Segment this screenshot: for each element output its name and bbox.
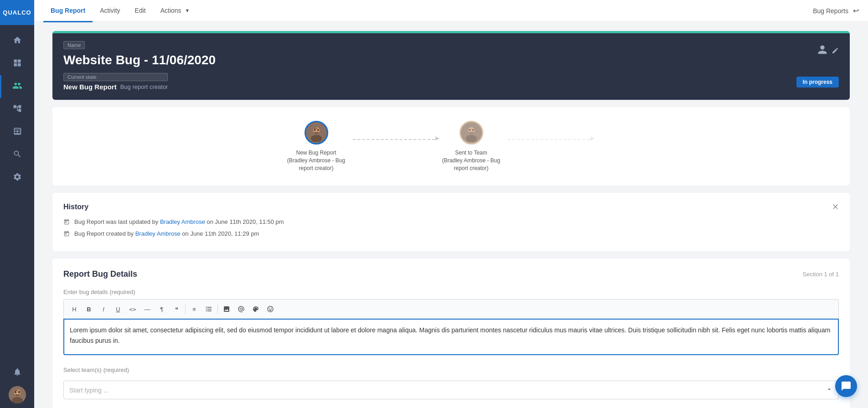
app-logo: QUALCO (0, 0, 34, 25)
chevron-down-icon-select (826, 386, 833, 394)
tab-bug-report[interactable]: Bug Report (43, 0, 93, 22)
state-name: New Bug Report (63, 83, 117, 91)
tab-activity[interactable]: Activity (93, 0, 127, 22)
bug-title: Website Bug - 11/06/2020 (63, 53, 216, 67)
search-icon (13, 150, 22, 161)
state-info: Current state New Bug Report Bug report … (63, 73, 168, 91)
sidebar-item-settings[interactable] (0, 166, 34, 189)
bug-card-header: Name Website Bug - 11/06/2020 (52, 33, 850, 100)
sidebar-bottom (0, 362, 34, 408)
history-link-2[interactable]: Bradley Ambrose (135, 230, 181, 237)
content-area: Name Website Bug - 11/06/2020 (34, 22, 868, 408)
user-check-icon (12, 81, 22, 93)
toolbar-hr[interactable]: — (141, 303, 153, 315)
workflow-arrow-1 (348, 139, 439, 140)
svg-point-9 (317, 129, 319, 131)
edit-pencil-icon[interactable] (832, 45, 839, 57)
status-badge: In progress (796, 77, 839, 88)
home-icon (13, 36, 22, 47)
tab-actions[interactable]: Actions ▼ (153, 0, 197, 22)
toolbar-underline[interactable]: U (112, 303, 124, 315)
form-section-info: Section 1 of 1 (803, 271, 839, 278)
history-link-1[interactable]: Bradley Ambrose (160, 218, 205, 225)
step2-label: Sent to Team (Bradley Ambrose - Bug repo… (439, 149, 503, 172)
toolbar-italic[interactable]: I (98, 303, 109, 315)
toolbar-code[interactable]: <> (127, 303, 139, 315)
bug-details-textarea[interactable]: Lorem ipsum dolor sit amet, consectetur … (63, 319, 839, 355)
svg-point-3 (15, 391, 16, 393)
step1-label: New Bug Report (Bradley Ambrose - Bug re… (284, 149, 348, 172)
bug-reports-back-button[interactable]: Bug Reports ↩ (813, 6, 859, 15)
workflow-section: New Bug Report (Bradley Ambrose - Bug re… (52, 107, 850, 186)
back-icon: ↩ (853, 6, 859, 15)
chat-button[interactable] (835, 375, 857, 397)
arrow-line-1 (353, 139, 435, 140)
workflow-arrow-2 (503, 139, 594, 140)
history-close-button[interactable]: ✕ (832, 202, 839, 212)
history-item-1: Bug Report was last updated by Bradley A… (63, 218, 839, 227)
toolbar-mention[interactable] (235, 303, 247, 315)
workflow-step-2: Sent to Team (Bradley Ambrose - Bug repo… (439, 121, 503, 172)
toolbar-divider-2 (217, 305, 218, 314)
step2-avatar (460, 121, 483, 145)
hierarchy-icon (13, 104, 22, 115)
tab-edit[interactable]: Edit (128, 0, 153, 22)
top-nav: Bug Report Activity Edit Actions ▼ Bug R… (34, 0, 868, 22)
bug-details-label: Enter bug details (required) (63, 288, 839, 295)
sidebar-item-notifications[interactable] (0, 362, 34, 384)
sidebar-item-hierarchy[interactable] (0, 98, 34, 121)
sidebar: QUALCO (0, 0, 34, 408)
select-teams-label: Select team(s) (required) (63, 366, 839, 373)
chevron-down-icon: ▼ (185, 8, 190, 13)
bug-card-footer: Current state New Bug Report Bug report … (63, 73, 839, 91)
workflow-steps: New Bug Report (Bradley Ambrose - Bug re… (284, 121, 618, 172)
main-area: Bug Report Activity Edit Actions ▼ Bug R… (34, 0, 868, 408)
workflow-placeholder (594, 134, 618, 158)
sidebar-item-grid[interactable] (0, 52, 34, 75)
calendar-icon-2 (63, 231, 70, 238)
user-edit-icon (816, 43, 829, 59)
history-header: History ✕ (63, 202, 839, 212)
form-section-header: Report Bug Details Section 1 of 1 (63, 269, 839, 279)
history-item-2: Bug Report created by Bradley Ambrose on… (63, 230, 839, 238)
toolbar-ordered-list[interactable]: ≡ (188, 303, 200, 315)
bell-icon (13, 367, 22, 379)
history-section: History ✕ Bug Report was last updated by… (52, 193, 850, 251)
arrow-line-2 (508, 139, 590, 140)
top-nav-tabs: Bug Report Activity Edit Actions ▼ (43, 0, 197, 22)
toolbar-divider-1 (185, 305, 186, 314)
bug-report-card: Name Website Bug - 11/06/2020 (52, 31, 850, 100)
name-label: Name (63, 41, 85, 49)
editor-toolbar: H B I U <> — ¶ ❝ ≡ (63, 299, 839, 319)
toolbar-bold[interactable]: B (83, 303, 95, 315)
toolbar-image[interactable] (221, 303, 232, 315)
history-title: History (63, 203, 88, 211)
sidebar-item-home[interactable] (0, 30, 34, 52)
sidebar-item-search[interactable] (0, 144, 34, 166)
sidebar-item-users[interactable] (0, 75, 34, 98)
avatar[interactable] (9, 386, 26, 403)
svg-point-13 (469, 129, 470, 131)
table-icon (13, 127, 22, 138)
step1-avatar (305, 121, 328, 145)
form-section: Report Bug Details Section 1 of 1 Enter … (52, 258, 850, 408)
form-section-title: Report Bug Details (63, 269, 137, 279)
toolbar-quote[interactable]: ❝ (170, 303, 182, 315)
bug-card-inner: Name Website Bug - 11/06/2020 (52, 33, 850, 100)
select-teams-field[interactable]: Start typing ... (63, 381, 839, 399)
select-teams-placeholder: Start typing ... (69, 387, 108, 394)
toolbar-color[interactable] (250, 303, 262, 315)
toolbar-paragraph[interactable]: ¶ (156, 303, 168, 315)
toolbar-heading[interactable]: H (68, 303, 80, 315)
grid-icon (13, 58, 22, 70)
history-text-2: Bug Report created by Bradley Ambrose on… (74, 230, 259, 237)
svg-point-4 (18, 391, 20, 393)
calendar-icon-1 (63, 219, 70, 227)
toolbar-emoji[interactable] (264, 303, 276, 315)
sidebar-item-table[interactable] (0, 121, 34, 144)
settings-icon (13, 172, 22, 184)
sidebar-nav (0, 25, 34, 362)
toolbar-unordered-list[interactable] (203, 303, 215, 315)
svg-point-8 (314, 129, 315, 131)
svg-point-14 (472, 129, 474, 131)
